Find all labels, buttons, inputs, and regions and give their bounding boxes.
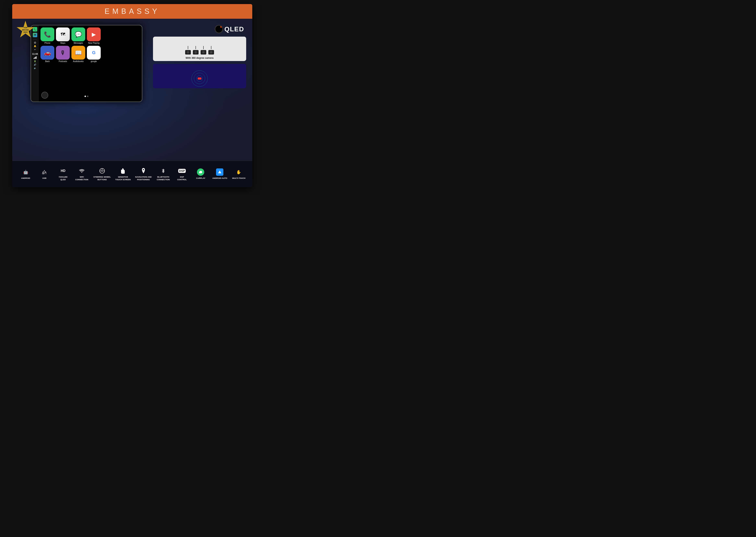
badge-inner: TOP BRAND 2023 [20,27,31,33]
car-radar [191,70,208,87]
apps-row-1: 📞 Phone 🗺 Maps 💬 Messages [40,27,140,44]
camera-feature-box: With 360 degree camera [153,37,246,61]
camera-wire-2 [195,46,196,49]
right-section: QLED [153,23,246,157]
messages-icon-img: 💬 [71,27,85,41]
screen-inner: 📞 🗺 ⏻ 🔔 ↩ 11:44 [31,25,142,102]
app-google[interactable]: G google [87,46,101,62]
usb-label: USB [42,177,46,180]
back-label: Back [45,60,50,62]
camera-body-1 [185,50,191,55]
feature-nav: Navigation andpositioning [135,167,151,181]
feature-wifi: WIFIConnection [75,167,89,181]
svg-point-6 [143,169,144,170]
svg-point-0 [81,172,82,173]
messages-label: Messages [74,42,83,44]
camera-unit-2 [193,46,198,55]
wifi-label: WIFIConnection [75,176,88,181]
camera-wire-1 [188,46,188,49]
multitouch-label: Multi-touch [232,177,245,180]
bluetooth-icon [159,167,167,175]
dsp-text: DSP [178,169,186,173]
features-bar: 🤖 ANDROID USB HD 720x1280QLED WIFIConne [12,161,252,187]
battery-icon: 🔋 [34,61,36,62]
camera-wire-3 [203,46,204,49]
camera-label: With 360 degree camera [186,57,213,60]
page-dots [85,96,89,97]
camera-body-2 [193,50,198,55]
sidebar-power[interactable]: ⏻ [34,41,36,44]
bar3 [35,57,36,59]
volume-down[interactable]: 🔉 [34,67,36,69]
feature-android-auto: android auto [212,168,227,180]
qled-text: QLED [225,25,244,33]
feature-usb: USB [37,168,52,180]
left-section: TOP BRAND 2023 📞 🗺 ⏻ 🔔 [18,23,149,157]
usb-icon [41,168,48,176]
svg-point-2 [101,170,103,172]
phone-icon-img: 📞 [40,27,54,41]
badge-brand: BRAND [20,29,31,31]
camera-unit-1 [185,46,191,55]
android-label: ANDROID [21,177,30,180]
dsp-icon: DSP [178,167,186,175]
feature-android: 🤖 ANDROID [19,168,33,180]
maps-label: Maps [61,42,65,44]
dot-inactive [87,96,89,97]
android-auto-label: android auto [212,177,227,180]
audiobooks-icon-img: 📖 [71,46,85,60]
badge-year: 2023 [20,31,31,33]
badge-top: TOP [20,27,31,29]
product-box: EMBASSY TOP BRAND 2023 [12,4,252,187]
feature-touch: SensitiveTouch screen [115,167,131,181]
feature-multitouch: ✋ Multi-touch [232,168,246,180]
camera-body-3 [201,50,206,55]
feature-carplay: Carplay [193,168,208,180]
camera-unit-4 [208,46,214,55]
qled-badge: QLED [153,25,246,33]
multitouch-icon: ✋ [235,168,242,176]
app-audiobooks[interactable]: 📖 Audiobooks [71,46,85,62]
now-playing-icon-img: ▶ [87,27,101,41]
phone-label: Phone [45,42,51,44]
sidebar-bell[interactable]: 🔔 [34,45,36,47]
main-content: TOP BRAND 2023 📞 🗺 ⏻ 🔔 [12,19,252,161]
cameras-visual [183,44,216,57]
sidebar-back-arrow[interactable]: ↩ [34,48,36,51]
hd-icon: HD [60,167,67,175]
podcasts-icon-img: 🎙 [56,46,70,60]
camera-unit-3 [201,46,206,55]
feature-dsp: DSP DSPCONTROL [175,167,189,181]
app-messages[interactable]: 💬 Messages [71,27,85,44]
camera-wire-4 [211,46,211,49]
badge-star: TOP BRAND 2023 [16,21,35,39]
home-button[interactable] [41,92,48,99]
app-now-playing[interactable]: ▶ Now Playing [87,27,101,44]
top-brand-badge: TOP BRAND 2023 [16,21,35,39]
touch-label: SensitiveTouch screen [115,176,131,181]
android-auto-icon-img [216,168,223,176]
android-auto-shape [216,168,223,176]
nav-label: Navigation andpositioning [135,176,151,181]
feature-bluetooth: BluetoothConnection [156,167,170,181]
hd-label: 720x1280QLED [59,176,67,181]
app-maps[interactable]: 🗺 Maps [56,27,70,44]
volume-up[interactable]: 🔊 [34,63,36,66]
app-back[interactable]: 🚗 Back [40,46,54,62]
steering-icon [99,167,106,175]
feature-hd: HD 720x1280QLED [56,167,70,181]
camera-body-4 [208,50,214,55]
app-podcasts[interactable]: 🎙 Podcasts [56,46,70,62]
car-dot [198,77,201,80]
signal-bars [34,56,37,59]
carplay-circle [197,168,204,176]
steering-label: Steering WheelButtons [93,176,111,181]
bar2 [34,57,35,59]
app-phone[interactable]: 📞 Phone [40,27,54,44]
carplay-icon [197,168,204,176]
carplay-label: Carplay [196,177,205,180]
nav-icon [140,167,147,175]
brand-title: EMBASSY [105,7,160,16]
touch-icon [119,167,127,175]
feature-steering: Steering WheelButtons [93,167,111,181]
